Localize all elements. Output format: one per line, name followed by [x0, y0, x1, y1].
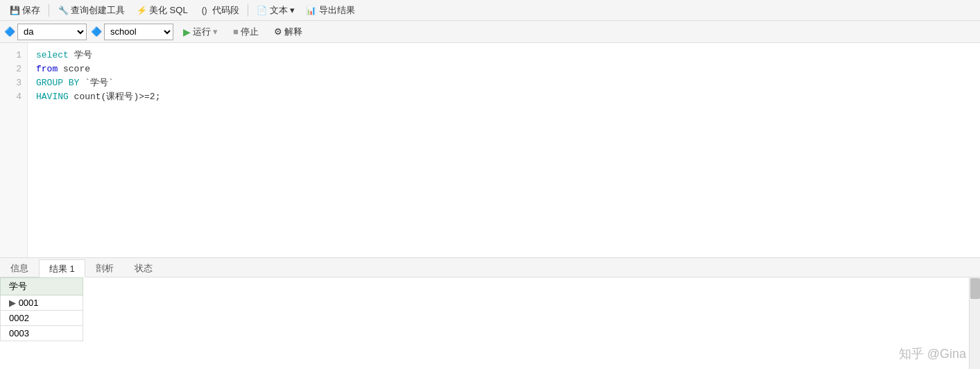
column-header-xuehao: 学号: [1, 278, 83, 295]
scrollbar[interactable]: [969, 277, 980, 369]
main-toolbar: 💾 保存 🔧 查询创建工具 ⚡ 美化 SQL () 代码段 📄 文本 ▾ 📊 导…: [0, 0, 980, 21]
separator-2: [248, 4, 248, 17]
stop-button[interactable]: ■ 停止: [227, 24, 264, 40]
table-cell: 0002: [1, 311, 83, 326]
table-cell: ▶ 0001: [1, 295, 83, 311]
play-icon: ▶: [183, 26, 191, 37]
schema-select[interactable]: school: [104, 24, 173, 40]
text-button[interactable]: 📄 文本 ▾: [252, 3, 300, 18]
code-line-3: GROUP BY `学号`: [36, 76, 972, 90]
line-number-4: 4: [0, 90, 27, 104]
table-row: 0002: [1, 311, 83, 326]
schema-selector: 🔷 school: [91, 24, 173, 40]
code-line-4: HAVING count(课程号)>=2;: [36, 90, 972, 104]
beautify-icon: ⚡: [136, 5, 147, 16]
query-builder-button[interactable]: 🔧 查询创建工具: [53, 3, 130, 18]
explain-button[interactable]: ⚙ 解释: [268, 24, 308, 40]
save-icon: 💾: [9, 5, 20, 16]
query-builder-icon: 🔧: [58, 5, 69, 16]
line-number-2: 2: [0, 62, 27, 76]
bottom-panel: 信息 结果 1 剖析 状态 学号 ▶ 0001: [0, 258, 980, 369]
db-icon: 🔷: [4, 26, 15, 37]
schema-icon: 🔷: [91, 26, 102, 37]
separator-1: [49, 4, 49, 17]
export-button[interactable]: 📊 导出结果: [301, 3, 360, 18]
tab-result1[interactable]: 结果 1: [39, 259, 85, 277]
db-selector: 🔷 da: [4, 24, 87, 40]
tab-profile[interactable]: 剖析: [85, 259, 124, 277]
export-icon: 📊: [306, 5, 317, 16]
line-number-1: 1: [0, 49, 27, 62]
text-icon: 📄: [257, 5, 268, 16]
tab-status[interactable]: 状态: [124, 259, 163, 277]
table-row: ▶ 0001: [1, 295, 83, 311]
stop-icon: ■: [233, 26, 239, 37]
code-line-2: from score: [36, 62, 972, 76]
result-table: 学号 ▶ 0001 0002 0003: [0, 277, 83, 341]
run-button[interactable]: ▶ 运行 ▾: [178, 24, 223, 40]
code-snippet-button[interactable]: () 代码段: [194, 3, 244, 18]
code-icon: (): [199, 5, 210, 16]
row-indicator: ▶: [9, 298, 19, 308]
table-cell: 0003: [1, 326, 83, 341]
editor-area: 1 2 3 4 select 学号 from score GROUP BY `学…: [0, 43, 980, 258]
beautify-sql-button[interactable]: ⚡ 美化 SQL: [131, 3, 193, 18]
table-row: 0003: [1, 326, 83, 341]
save-button[interactable]: 💾 保存: [4, 3, 45, 18]
secondary-toolbar: 🔷 da 🔷 school ▶ 运行 ▾ ■ 停止 ⚙ 解释: [0, 21, 980, 43]
code-line-1: select 学号: [36, 49, 972, 62]
database-select[interactable]: da: [17, 24, 87, 40]
scrollbar-thumb[interactable]: [970, 278, 980, 299]
line-number-3: 3: [0, 76, 27, 90]
code-editor[interactable]: select 学号 from score GROUP BY `学号` HAVIN…: [28, 43, 980, 257]
explain-icon: ⚙: [274, 26, 282, 37]
tab-bar: 信息 结果 1 剖析 状态: [0, 258, 980, 277]
line-numbers: 1 2 3 4: [0, 43, 28, 257]
result-container[interactable]: 学号 ▶ 0001 0002 0003: [0, 277, 980, 369]
tab-info[interactable]: 信息: [0, 259, 39, 277]
